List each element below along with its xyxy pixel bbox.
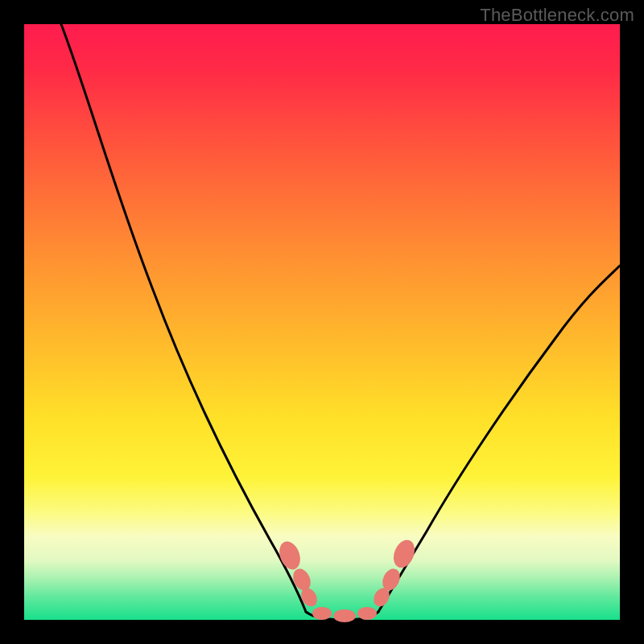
curve-left-branch	[61, 24, 306, 612]
lobe-left-upper	[276, 539, 304, 572]
lobe-floor-right	[357, 607, 377, 620]
curve-svg	[24, 24, 620, 620]
watermark-text: TheBottleneck.com	[480, 5, 634, 26]
lobe-floor-left	[312, 607, 332, 620]
curve-right-branch	[378, 266, 620, 612]
chart-frame: TheBottleneck.com	[0, 0, 644, 644]
valley-lobes	[276, 537, 419, 622]
plot-area	[24, 24, 620, 620]
lobe-floor-mid	[333, 609, 356, 622]
